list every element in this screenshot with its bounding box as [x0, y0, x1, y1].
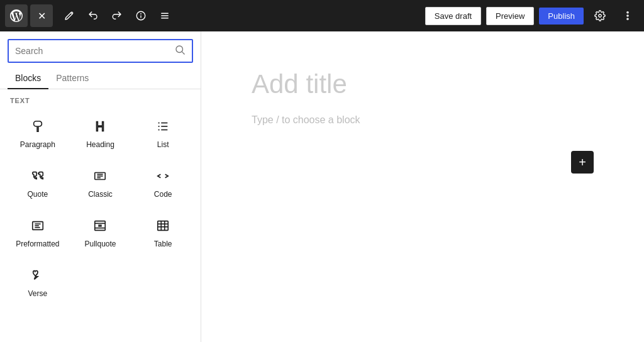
block-item-pullquote[interactable]: Pullquote [70, 209, 131, 256]
block-item-paragraph[interactable]: Paragraph [8, 109, 68, 157]
block-item-heading[interactable]: Heading [70, 109, 131, 157]
settings-button[interactable] [589, 4, 611, 27]
block-item-code[interactable]: Code [133, 159, 193, 206]
editor-title[interactable]: Add title [252, 69, 594, 99]
block-item-preformatted[interactable]: Preformatted [8, 209, 68, 256]
topbar-tools [58, 4, 176, 27]
save-draft-button[interactable]: Save draft [425, 7, 481, 25]
table-icon [156, 219, 170, 234]
svg-point-6 [627, 12, 628, 13]
edit-tool-button[interactable] [58, 4, 80, 27]
svg-rect-30 [158, 221, 169, 231]
pullquote-icon [93, 219, 107, 234]
code-icon [156, 169, 170, 185]
topbar: ✕ Save draft Preview [0, 0, 644, 31]
wp-logo[interactable] [5, 4, 28, 27]
search-box [8, 39, 193, 63]
publish-button[interactable]: Publish [539, 8, 584, 25]
svg-point-9 [176, 46, 183, 53]
redo-button[interactable] [106, 4, 128, 27]
svg-rect-16 [158, 130, 160, 131]
topbar-left: ✕ [5, 4, 176, 27]
block-label-pullquote: Pullquote [84, 240, 116, 248]
blocks-grid: Paragraph Heading List [8, 109, 193, 306]
block-item-quote[interactable]: Quote [8, 159, 68, 206]
search-input[interactable] [15, 46, 174, 56]
add-block-button[interactable]: + [571, 151, 594, 174]
tabs: Blocks Patterns [0, 68, 201, 89]
quote-icon [31, 169, 45, 185]
topbar-right: Save draft Preview Publish [425, 4, 639, 27]
editor-area[interactable]: Add title Type / to choose a block + [201, 31, 644, 342]
list-view-button[interactable] [153, 4, 176, 27]
svg-rect-14 [158, 123, 160, 124]
section-text-label: TEXT [8, 97, 193, 104]
block-label-preformatted: Preformatted [16, 240, 59, 248]
main-layout: Blocks Patterns TEXT Paragraph [0, 31, 644, 342]
block-label-paragraph: Paragraph [20, 140, 55, 149]
block-item-classic[interactable]: Classic [70, 159, 131, 206]
block-label-verse: Verse [28, 289, 47, 298]
svg-point-7 [627, 15, 628, 16]
classic-icon [93, 169, 107, 185]
preformatted-icon [31, 219, 45, 234]
svg-point-8 [627, 18, 628, 19]
svg-rect-25 [95, 221, 106, 231]
list-icon [156, 119, 170, 135]
svg-rect-15 [158, 126, 160, 127]
svg-line-10 [182, 52, 184, 54]
paragraph-icon [31, 119, 45, 135]
heading-icon [93, 119, 107, 135]
close-button[interactable]: ✕ [30, 4, 53, 27]
block-label-code: Code [154, 190, 172, 199]
search-area [0, 31, 201, 63]
tab-blocks[interactable]: Blocks [8, 68, 48, 89]
block-label-quote: Quote [27, 190, 48, 199]
block-label-list: List [157, 140, 169, 149]
block-label-heading: Heading [86, 140, 114, 149]
block-item-list[interactable]: List [133, 109, 193, 157]
tab-patterns[interactable]: Patterns [48, 68, 96, 89]
more-options-button[interactable] [616, 4, 639, 27]
details-button[interactable] [130, 4, 152, 27]
verse-icon [31, 268, 45, 284]
block-item-table[interactable]: Table [133, 209, 193, 256]
sidebar: Blocks Patterns TEXT Paragraph [0, 31, 201, 342]
editor-hint: Type / to choose a block [252, 114, 594, 126]
search-icon [174, 44, 186, 58]
preview-button[interactable]: Preview [486, 7, 534, 25]
block-label-classic: Classic [88, 190, 113, 199]
undo-button[interactable] [82, 4, 104, 27]
block-label-table: Table [154, 240, 172, 248]
blocks-content: TEXT Paragraph Heading [0, 89, 201, 313]
block-item-verse[interactable]: Verse [8, 258, 68, 306]
